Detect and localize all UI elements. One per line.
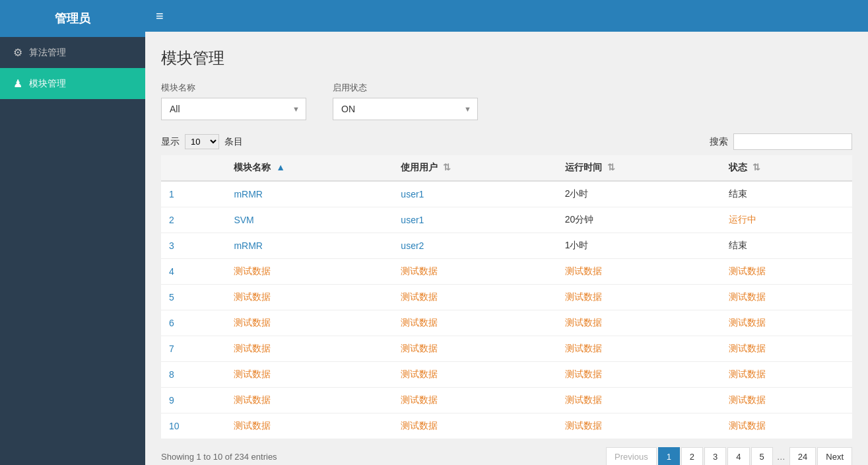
table-row: 2 SVM user1 20分钟 运行中 — [161, 207, 852, 233]
filter-name-select[interactable]: All — [161, 98, 306, 120]
sidebar-item-algo-label: 算法管理 — [29, 47, 66, 59]
cell-status: 测试数据 — [721, 413, 852, 439]
next-button[interactable]: Next — [817, 447, 852, 465]
page-4-button[interactable]: 4 — [727, 447, 749, 465]
sidebar-item-module-label: 模块管理 — [29, 78, 66, 90]
cell-user: 测试数据 — [393, 310, 556, 336]
cell-id: 10 — [161, 413, 226, 439]
col-runtime[interactable]: 运行时间 ⇅ — [557, 155, 721, 181]
entries-label: 条目 — [224, 136, 243, 148]
pagination: Previous 1 2 3 4 5 … 24 Next — [606, 447, 852, 465]
cell-name[interactable]: mRMR — [226, 181, 393, 207]
col-runtime-label: 运行时间 — [565, 162, 602, 172]
main-container: ≡ 模块管理 模块名称 All 启用状态 ON OFF — [145, 0, 868, 465]
cell-id: 3 — [161, 233, 226, 259]
cell-runtime: 测试数据 — [557, 388, 721, 413]
sidebar-item-module[interactable]: ♟ 模块管理 — [0, 68, 145, 99]
cell-runtime: 测试数据 — [557, 259, 721, 285]
cell-user: 测试数据 — [393, 388, 556, 413]
cell-id: 5 — [161, 285, 226, 310]
col-user-sort-icon: ⇅ — [443, 162, 451, 172]
cell-runtime: 1小时 — [557, 233, 721, 259]
col-user-label: 使用用户 — [401, 162, 438, 172]
cell-runtime: 测试数据 — [557, 336, 721, 362]
table-row: 8 测试数据 测试数据 测试数据 测试数据 — [161, 362, 852, 388]
cell-id: 9 — [161, 388, 226, 413]
cell-status: 测试数据 — [721, 362, 852, 388]
filter-status-group: 启用状态 ON OFF — [333, 82, 478, 120]
cell-name: 测试数据 — [226, 413, 393, 439]
pagination-info: Showing 1 to 10 of 234 entries — [161, 452, 277, 462]
cell-id: 2 — [161, 207, 226, 233]
table-row: 1 mRMR user1 2小时 结束 — [161, 181, 852, 207]
filter-row: 模块名称 All 启用状态 ON OFF — [161, 82, 852, 120]
prev-button[interactable]: Previous — [606, 447, 657, 465]
col-status-sort-icon: ⇅ — [752, 162, 760, 172]
table-row: 3 mRMR user2 1小时 结束 — [161, 233, 852, 259]
table-row: 4 测试数据 测试数据 测试数据 测试数据 — [161, 259, 852, 285]
page-2-button[interactable]: 2 — [681, 447, 703, 465]
search-label: 搜索 — [710, 136, 728, 148]
col-runtime-sort-icon: ⇅ — [607, 162, 615, 172]
table-controls: 显示 10 25 50 100 条目 搜索 — [161, 133, 852, 150]
table-header-row: 模块名称 ▲ 使用用户 ⇅ 运行时间 ⇅ 状态 ⇅ — [161, 155, 852, 181]
cell-user: 测试数据 — [393, 285, 556, 310]
filter-name-label: 模块名称 — [161, 82, 306, 94]
cell-name: 测试数据 — [226, 310, 393, 336]
filter-status-select-wrapper: ON OFF — [333, 98, 478, 120]
page-5-button[interactable]: 5 — [751, 447, 773, 465]
cell-name: 测试数据 — [226, 362, 393, 388]
table-row: 7 测试数据 测试数据 测试数据 测试数据 — [161, 336, 852, 362]
col-name-sort-icon: ▲ — [276, 162, 285, 172]
page-1-button[interactable]: 1 — [658, 447, 680, 465]
cell-user: 测试数据 — [393, 259, 556, 285]
cell-id: 4 — [161, 259, 226, 285]
cell-status: 测试数据 — [721, 310, 852, 336]
table-row: 10 测试数据 测试数据 测试数据 测试数据 — [161, 413, 852, 439]
cell-user: 测试数据 — [393, 336, 556, 362]
filter-name-group: 模块名称 All — [161, 82, 306, 120]
hamburger-menu[interactable]: ≡ — [156, 9, 164, 24]
cell-name: 测试数据 — [226, 336, 393, 362]
cell-runtime: 测试数据 — [557, 362, 721, 388]
cell-runtime: 20分钟 — [557, 207, 721, 233]
module-icon: ♟ — [13, 77, 22, 90]
col-status[interactable]: 状态 ⇅ — [721, 155, 852, 181]
cell-runtime: 2小时 — [557, 181, 721, 207]
col-name-label: 模块名称 — [234, 162, 271, 172]
cell-user[interactable]: user2 — [393, 233, 556, 259]
cell-name[interactable]: SVM — [226, 207, 393, 233]
cell-user[interactable]: user1 — [393, 181, 556, 207]
cell-status: 测试数据 — [721, 285, 852, 310]
col-user[interactable]: 使用用户 ⇅ — [393, 155, 556, 181]
cell-user[interactable]: user1 — [393, 207, 556, 233]
sidebar-title: 管理员 — [0, 0, 145, 37]
sidebar-item-algo[interactable]: ⚙ 算法管理 — [0, 37, 145, 68]
cell-status: 测试数据 — [721, 388, 852, 413]
cell-id: 8 — [161, 362, 226, 388]
topbar: ≡ — [145, 0, 868, 32]
filter-status-select[interactable]: ON OFF — [333, 98, 478, 120]
pagination-row: Showing 1 to 10 of 234 entries Previous … — [161, 439, 852, 465]
show-entries: 显示 10 25 50 100 条目 — [161, 134, 243, 149]
cell-name: 测试数据 — [226, 259, 393, 285]
sidebar: 管理员 ⚙ 算法管理 ♟ 模块管理 — [0, 0, 145, 465]
show-label: 显示 — [161, 136, 180, 148]
cell-runtime: 测试数据 — [557, 413, 721, 439]
page-3-button[interactable]: 3 — [704, 447, 726, 465]
entries-select[interactable]: 10 25 50 100 — [185, 134, 219, 149]
col-status-label: 状态 — [729, 162, 747, 172]
col-name[interactable]: 模块名称 ▲ — [226, 155, 393, 181]
filter-status-label: 启用状态 — [333, 82, 478, 94]
cell-runtime: 测试数据 — [557, 285, 721, 310]
cell-id: 7 — [161, 336, 226, 362]
table-row: 6 测试数据 测试数据 测试数据 测试数据 — [161, 310, 852, 336]
search-input[interactable] — [733, 133, 852, 150]
cell-name[interactable]: mRMR — [226, 233, 393, 259]
data-table: 模块名称 ▲ 使用用户 ⇅ 运行时间 ⇅ 状态 ⇅ — [161, 155, 852, 439]
page-24-button[interactable]: 24 — [789, 447, 816, 465]
cell-user: 测试数据 — [393, 362, 556, 388]
cell-id: 1 — [161, 181, 226, 207]
content-area: 模块管理 模块名称 All 启用状态 ON OFF — [145, 32, 868, 465]
cell-name: 测试数据 — [226, 285, 393, 310]
